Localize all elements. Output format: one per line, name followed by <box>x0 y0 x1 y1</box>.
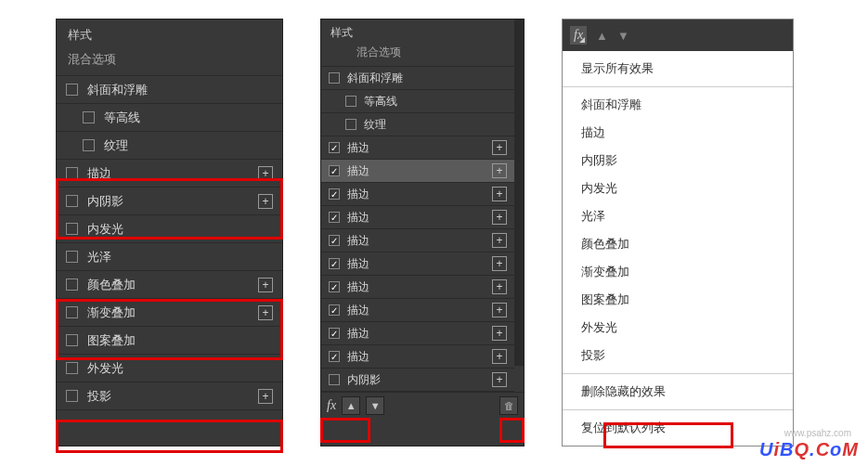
add-instance-button[interactable]: + <box>492 140 507 155</box>
style-item-label: 外发光 <box>87 360 273 377</box>
checkbox[interactable] <box>329 235 340 246</box>
style-item-label: 颜色叠加 <box>87 277 258 293</box>
add-instance-button[interactable]: + <box>258 278 273 292</box>
style-item[interactable]: 描边+ <box>321 252 514 276</box>
checkbox[interactable] <box>329 281 340 292</box>
up-arrow-icon[interactable]: ▲ <box>596 29 608 43</box>
menu-item[interactable]: 图案叠加 <box>563 286 793 314</box>
checkbox[interactable] <box>83 111 95 123</box>
checkbox[interactable] <box>329 351 340 362</box>
add-instance-button[interactable]: + <box>492 349 507 364</box>
move-up-button[interactable]: ▲ <box>342 396 360 415</box>
move-down-button[interactable]: ▼ <box>366 396 384 415</box>
add-instance-button[interactable]: + <box>492 163 507 178</box>
style-item[interactable]: 描边+ <box>321 276 514 299</box>
checkbox[interactable] <box>329 328 340 339</box>
checkbox[interactable] <box>345 96 356 107</box>
fx-menu-icon[interactable]: fx <box>570 26 587 45</box>
checkbox[interactable] <box>329 374 340 385</box>
panel-title: 样式 <box>57 19 282 47</box>
menu-item[interactable]: 内阴影 <box>563 147 793 175</box>
style-item[interactable]: 描边+ <box>321 160 514 183</box>
style-item[interactable]: 颜色叠加+ <box>57 271 282 299</box>
blending-options-row[interactable]: 混合选项 <box>321 43 514 67</box>
blending-options-label: 混合选项 <box>356 45 401 60</box>
blending-options-row[interactable]: 混合选项 <box>57 47 282 76</box>
panel-title: 样式 <box>321 19 514 43</box>
menu-item[interactable]: 斜面和浮雕 <box>563 91 793 119</box>
checkbox[interactable] <box>329 165 340 176</box>
style-item[interactable]: 描边+ <box>321 183 514 206</box>
menu-item[interactable]: 内发光 <box>563 175 793 202</box>
checkbox[interactable] <box>330 47 342 58</box>
checkbox[interactable] <box>66 84 78 96</box>
add-instance-button[interactable]: + <box>492 279 507 294</box>
checkbox[interactable] <box>66 390 78 402</box>
add-instance-button[interactable]: + <box>258 166 273 181</box>
style-item[interactable]: 描边+ <box>321 136 514 160</box>
checkbox[interactable] <box>329 212 340 223</box>
add-instance-button[interactable]: + <box>258 389 273 404</box>
menu-item[interactable]: 描边 <box>563 119 793 147</box>
style-item[interactable]: 内阴影+ <box>57 188 282 215</box>
style-item[interactable]: 描边+ <box>321 229 514 252</box>
scrollbar[interactable] <box>514 19 524 366</box>
style-item[interactable]: 等高线 <box>57 104 282 132</box>
checkbox[interactable] <box>66 334 78 346</box>
checkbox[interactable] <box>66 195 78 207</box>
add-instance-button[interactable]: + <box>492 210 507 225</box>
add-instance-button[interactable]: + <box>492 233 507 248</box>
add-instance-button[interactable]: + <box>492 372 507 387</box>
add-instance-button[interactable]: + <box>492 303 507 317</box>
checkbox[interactable] <box>66 167 78 179</box>
add-instance-button[interactable]: + <box>258 305 273 320</box>
menu-item[interactable]: 显示所有效果 <box>563 55 793 83</box>
checkbox[interactable] <box>66 278 78 291</box>
add-instance-button[interactable]: + <box>492 326 507 341</box>
add-instance-button[interactable]: + <box>492 187 507 201</box>
menu-item[interactable]: 渐变叠加 <box>563 258 793 286</box>
add-instance-button[interactable]: + <box>492 256 507 271</box>
style-item[interactable]: 描边+ <box>57 160 282 188</box>
style-item[interactable]: 描边+ <box>321 345 514 369</box>
menu-item[interactable]: 复位到默认列表 <box>563 414 793 442</box>
checkbox[interactable] <box>66 251 78 263</box>
style-item[interactable]: 渐变叠加+ <box>57 299 282 327</box>
style-item-label: 光泽 <box>87 249 273 265</box>
style-item[interactable]: 纹理 <box>321 113 514 136</box>
style-item-label: 渐变叠加 <box>87 304 258 321</box>
style-item[interactable]: 外发光 <box>57 355 282 382</box>
style-item[interactable]: 光泽 <box>57 243 282 271</box>
style-item[interactable]: 描边+ <box>321 206 514 229</box>
checkbox[interactable] <box>329 142 340 153</box>
down-arrow-icon[interactable]: ▼ <box>617 29 629 43</box>
style-item[interactable]: 内发光 <box>57 215 282 243</box>
checkbox[interactable] <box>66 223 78 235</box>
checkbox[interactable] <box>329 188 340 200</box>
delete-button[interactable]: 🗑 <box>499 396 518 415</box>
menu-item[interactable]: 光泽 <box>563 202 793 230</box>
style-item[interactable]: 斜面和浮雕 <box>57 76 282 104</box>
checkbox[interactable] <box>329 304 340 316</box>
checkbox[interactable] <box>329 258 340 269</box>
menu-item[interactable]: 外发光 <box>563 314 793 342</box>
fx-icon[interactable]: fx <box>327 398 336 413</box>
checkbox[interactable] <box>66 306 78 318</box>
style-item[interactable]: 投影+ <box>57 382 282 410</box>
style-item[interactable]: 图案叠加 <box>57 327 282 355</box>
style-item[interactable]: 描边+ <box>321 322 514 345</box>
style-item[interactable]: 等高线 <box>321 90 514 113</box>
menu-item[interactable]: 投影 <box>563 342 793 369</box>
checkbox[interactable] <box>83 139 95 151</box>
menu-item[interactable]: 删除隐藏的效果 <box>563 378 793 406</box>
style-item[interactable]: 描边+ <box>321 299 514 322</box>
style-item[interactable]: 内阴影+ <box>321 369 514 392</box>
menu-item[interactable]: 颜色叠加 <box>563 230 793 258</box>
add-instance-button[interactable]: + <box>258 194 273 209</box>
checkbox[interactable] <box>345 119 356 130</box>
fx-dropdown-panel: fx ▲ ▼ 显示所有效果斜面和浮雕描边内阴影内发光光泽颜色叠加渐变叠加图案叠加… <box>562 19 794 447</box>
checkbox[interactable] <box>329 72 340 84</box>
style-item[interactable]: 斜面和浮雕 <box>321 67 514 90</box>
style-item[interactable]: 纹理 <box>57 132 282 160</box>
checkbox[interactable] <box>66 362 78 374</box>
